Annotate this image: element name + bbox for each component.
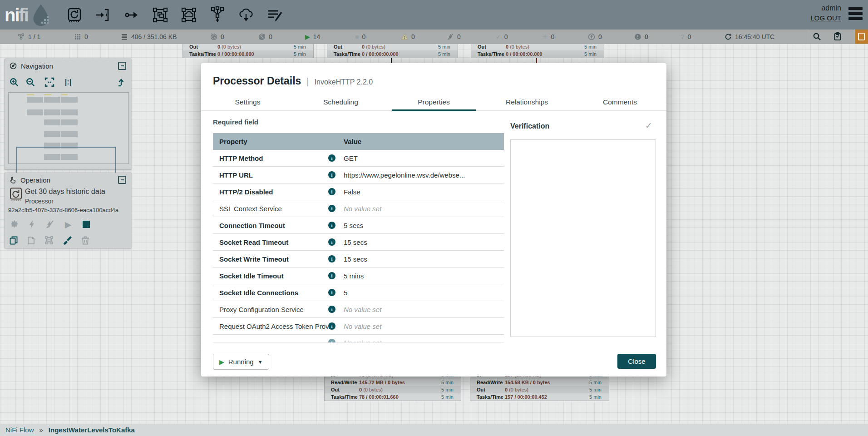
info-icon[interactable]: i bbox=[328, 339, 335, 343]
property-value: 15 secs bbox=[344, 255, 504, 263]
run-status-label: Running bbox=[228, 358, 254, 366]
processor-stats-box[interactable]: Out0(0 bytes)5 minTasks/Time0 / 00:00:00… bbox=[327, 43, 458, 58]
close-button[interactable]: Close bbox=[617, 354, 656, 369]
stats-row: Out0(0 bytes)5 min bbox=[183, 43, 313, 50]
component-palette bbox=[65, 6, 284, 24]
property-name: Request OAuth2 Access Token Provider bbox=[213, 322, 328, 330]
running-icon: ▶ bbox=[305, 34, 310, 40]
tab-settings[interactable]: Settings bbox=[201, 94, 294, 110]
verification-check-icon[interactable]: ✓ bbox=[645, 120, 652, 131]
property-name: HTTP URL bbox=[213, 171, 328, 179]
color-icon[interactable] bbox=[62, 235, 72, 245]
bulletin-flag[interactable] bbox=[855, 30, 868, 44]
zoom-in-button[interactable] bbox=[8, 76, 20, 88]
global-menu-icon[interactable] bbox=[848, 7, 863, 20]
tab-scheduling[interactable]: Scheduling bbox=[294, 94, 387, 110]
remote-process-group-icon[interactable] bbox=[180, 6, 198, 24]
collapse-operation-button[interactable] bbox=[118, 176, 126, 184]
not-transmitting-icon bbox=[258, 33, 266, 40]
input-port-icon[interactable] bbox=[94, 6, 112, 24]
info-icon[interactable]: i bbox=[328, 322, 335, 330]
status-value: 0 bbox=[221, 33, 224, 40]
property-column-header: Property bbox=[213, 138, 328, 145]
status-value: 0 bbox=[504, 33, 508, 40]
nifi-app: Out0(0 bytes)5 minTasks/Time0 / 00:00:00… bbox=[0, 0, 868, 436]
run-status-button[interactable]: ▶ Running ▼ bbox=[213, 354, 269, 370]
verification-results-area bbox=[510, 139, 656, 337]
sync-failure-icon: ? bbox=[681, 34, 685, 40]
status-value: 0 bbox=[551, 33, 555, 40]
status-value: 0 bbox=[84, 33, 88, 40]
processor-stats-box[interactable]: Out0(0 bytes)5 minTasks/Time0 / 00:00:00… bbox=[471, 43, 604, 58]
collapse-navigation-button[interactable] bbox=[118, 62, 126, 70]
output-port-icon[interactable] bbox=[123, 6, 141, 24]
start-icon: ▶ bbox=[63, 219, 73, 229]
selected-component-name: Get 30 days historic data bbox=[25, 188, 105, 196]
property-row: Connection Timeouti5 secs bbox=[213, 217, 504, 234]
zoom-fit-button[interactable] bbox=[44, 76, 55, 88]
property-value: 5 secs bbox=[344, 222, 504, 229]
enable-icon bbox=[27, 219, 37, 229]
stats-row: Out0(0 bytes)5 min bbox=[470, 386, 609, 393]
status-item-queue: 406 / 351.06 KB bbox=[121, 30, 177, 44]
copy-icon[interactable] bbox=[9, 235, 19, 245]
zoom-out-button[interactable] bbox=[25, 76, 36, 88]
info-icon[interactable]: i bbox=[328, 171, 335, 178]
stats-row: Tasks/Time0 / 00:00:00.0005 min bbox=[327, 50, 458, 58]
property-name: SSL Context Service bbox=[213, 205, 328, 213]
property-name: Socket Write Timeout bbox=[213, 255, 328, 263]
navigation-panel: Navigation |:| bbox=[5, 59, 131, 170]
breadcrumb-root-link[interactable]: NiFi Flow bbox=[5, 426, 34, 434]
info-icon[interactable]: i bbox=[328, 188, 335, 195]
go-to-parent-button[interactable] bbox=[115, 76, 127, 88]
selected-component-type: Processor bbox=[25, 198, 54, 205]
transmitting-icon bbox=[210, 33, 217, 40]
info-icon[interactable]: i bbox=[328, 289, 335, 296]
stats-row: Read/Write145.72 MB / 0 bytes5 min bbox=[325, 379, 461, 386]
property-value: GET bbox=[344, 154, 504, 162]
stop-icon[interactable] bbox=[81, 219, 91, 229]
bulletin-flag-icon bbox=[858, 33, 865, 40]
delete-icon bbox=[80, 235, 90, 245]
zoom-actual-button[interactable]: |:| bbox=[62, 76, 74, 88]
selected-component-id: 92a2cfb5-407b-337d-8606-eaca100acd4a bbox=[8, 207, 118, 213]
info-icon[interactable]: i bbox=[328, 306, 335, 313]
property-row: Socket Idle Timeouti5 mins bbox=[213, 268, 504, 284]
funnel-icon[interactable] bbox=[208, 6, 227, 24]
info-icon[interactable]: i bbox=[328, 154, 335, 162]
logo-text-fi: fi bbox=[19, 5, 28, 25]
info-icon[interactable]: i bbox=[328, 222, 335, 229]
properties-table-header: Property Value bbox=[213, 133, 504, 150]
nifi-drop-icon bbox=[29, 3, 53, 27]
status-value: 14 bbox=[313, 33, 321, 40]
status-value: 0 bbox=[362, 33, 365, 40]
logout-link[interactable]: LOG OUT bbox=[810, 13, 841, 24]
info-icon[interactable]: i bbox=[328, 255, 335, 263]
status-value: 0 bbox=[457, 33, 461, 40]
template-icon[interactable] bbox=[237, 6, 255, 24]
up-to-date-icon: ✓ bbox=[496, 34, 501, 40]
info-icon[interactable]: i bbox=[328, 205, 335, 212]
processor-icon[interactable] bbox=[65, 6, 84, 24]
search-icon bbox=[813, 32, 821, 41]
invalid-icon bbox=[401, 33, 408, 40]
search-button[interactable] bbox=[809, 30, 824, 44]
property-row: iNo value set bbox=[213, 335, 504, 343]
info-icon[interactable]: i bbox=[328, 272, 335, 279]
tab-comments[interactable]: Comments bbox=[573, 94, 666, 110]
label-icon[interactable] bbox=[266, 6, 284, 24]
stats-row: Out0(0 bytes)5 min bbox=[471, 43, 604, 50]
info-icon[interactable]: i bbox=[328, 238, 335, 246]
flow-settings-button[interactable] bbox=[830, 30, 845, 44]
processor-stats-box[interactable]: Out0(0 bytes)5 minTasks/Time0 / 00:00:00… bbox=[182, 43, 314, 58]
birdseye-minimap[interactable] bbox=[8, 92, 129, 164]
status-bar-divider bbox=[807, 30, 807, 44]
process-group-icon[interactable] bbox=[151, 6, 169, 24]
tab-relationships[interactable]: Relationships bbox=[480, 94, 573, 110]
tab-properties[interactable]: Properties bbox=[387, 94, 480, 110]
stats-row: Tasks/Time0 / 00:00:00.0005 min bbox=[471, 50, 604, 58]
operation-title: Operation bbox=[20, 176, 50, 184]
property-value: No value set bbox=[344, 339, 504, 343]
property-value: 5 bbox=[344, 289, 504, 297]
property-row: Request OAuth2 Access Token ProvideriNo … bbox=[213, 318, 504, 335]
